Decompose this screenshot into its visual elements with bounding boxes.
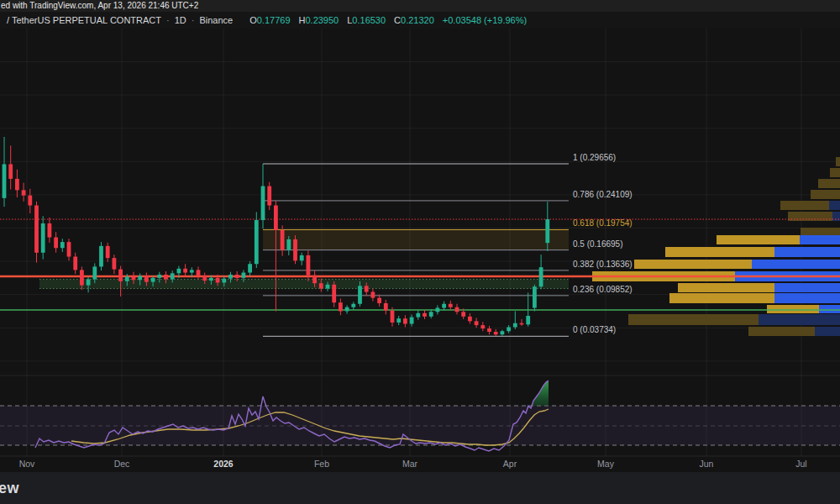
open-label: O (249, 12, 257, 29)
candle (118, 270, 123, 281)
candle (8, 164, 13, 178)
candle (15, 179, 19, 190)
candle (526, 316, 530, 324)
candle (442, 304, 446, 308)
candle (339, 302, 343, 311)
open-value: 0.17769 (257, 12, 291, 29)
candle (351, 304, 355, 307)
candle (73, 257, 77, 270)
candle (171, 273, 175, 279)
candle (22, 190, 26, 195)
candle (449, 304, 453, 307)
candle (384, 303, 388, 311)
candle (365, 286, 369, 291)
fib-level-label: 1 (0.29656) (573, 153, 616, 162)
candle (371, 292, 375, 298)
candle (80, 270, 84, 285)
volume-profile-bar (678, 283, 774, 292)
time-axis-label[interactable]: Jul (795, 459, 806, 469)
candle (429, 312, 433, 317)
candle (113, 258, 117, 269)
high-value: 0.23950 (305, 12, 339, 29)
separator-dot: · (192, 12, 195, 29)
candle (300, 255, 304, 260)
exchange-name: Binance (199, 12, 233, 29)
candle (480, 325, 485, 328)
candle (533, 286, 537, 307)
volume-profile-bar-blue (752, 260, 840, 269)
time-axis-label[interactable]: Dec (114, 459, 130, 469)
volume-profile-bar (628, 314, 759, 325)
candle (197, 270, 201, 276)
candle (520, 323, 524, 325)
candle (501, 331, 505, 334)
candle (410, 318, 414, 324)
candle (281, 230, 285, 250)
time-axis-label[interactable]: Mar (402, 459, 418, 469)
volume-profile-bar (748, 327, 815, 336)
volume-profile-bar (717, 235, 800, 244)
fib-level-label: 0.5 (0.16695) (573, 239, 623, 249)
candle (248, 264, 252, 272)
volume-profile-bar-blue (815, 327, 840, 336)
candle (138, 276, 142, 280)
candle (190, 270, 194, 272)
time-axis-label[interactable]: Jun (700, 459, 714, 469)
volume-profile-bar-blue (774, 283, 840, 292)
volume-profile (592, 157, 840, 336)
candle (132, 276, 136, 280)
volume-profile-bar-blue (759, 314, 840, 325)
candle (183, 269, 187, 273)
candle (377, 298, 381, 303)
time-axis-label[interactable]: 2026 (213, 459, 234, 469)
candle (202, 276, 207, 281)
candle (157, 275, 161, 278)
volume-profile-bar (836, 157, 840, 166)
candle (507, 327, 511, 331)
close-label: C (394, 12, 401, 29)
candle (319, 283, 323, 288)
volume-profile-bar-blue (829, 201, 840, 210)
candle (487, 328, 491, 332)
interval-value[interactable]: 1D (175, 12, 186, 29)
tradingview-logo[interactable]: ew (0, 480, 19, 497)
candle (60, 242, 65, 248)
volume-profile-bar (811, 190, 840, 199)
close-value: 0.21320 (401, 12, 434, 29)
price-chart-canvas[interactable]: 1 (0.29656)0.786 (0.24109)0.618 (0.19754… (0, 0, 840, 504)
volume-profile-bar (669, 293, 774, 303)
volume-profile-bar (818, 179, 840, 188)
fib-level-label: 0.618 (0.19754) (573, 218, 633, 228)
candle (396, 318, 401, 323)
symbol-row: / TetherUS PERPETUAL CONTRACT · 1D · Bin… (0, 12, 840, 29)
fib-level-label: 0 (0.03734) (573, 325, 616, 334)
candle (99, 246, 103, 267)
candle (468, 317, 472, 322)
volume-profile-bar (830, 168, 840, 177)
time-axis-label[interactable]: Feb (314, 459, 329, 469)
time-axis: NovDec2026FebMarAprMayJunJul (0, 456, 840, 469)
export-banner-text: ed with TradingView.com, Apr 13, 2026 21… (1, 1, 198, 10)
time-axis-label[interactable]: Apr (503, 459, 517, 469)
candle (87, 279, 91, 285)
rsi-pane (0, 375, 840, 451)
candle (151, 278, 155, 282)
candle (312, 276, 317, 284)
time-axis-label[interactable]: Nov (19, 459, 35, 469)
candle (242, 273, 246, 278)
candle (423, 313, 427, 317)
time-axis-label[interactable]: May (597, 459, 615, 469)
candle (125, 276, 129, 281)
candle (255, 220, 259, 264)
volume-profile-bar (634, 260, 752, 269)
candle (48, 223, 52, 238)
symbol-name[interactable]: / TetherUS PERPETUAL CONTRACT (7, 12, 161, 29)
candle (209, 278, 213, 281)
volume-profile-bar (780, 201, 829, 210)
volume-profile-bar-blue (774, 247, 840, 257)
candle (92, 266, 97, 279)
fib-level-label: 0.786 (0.24109) (573, 190, 633, 199)
ohlc-values: O0.17769 H0.23950 L0.16530 C0.21320 (249, 12, 434, 29)
change-value: +0.03548 (+19.96%) (443, 12, 527, 29)
volume-profile-bar-blue (819, 305, 840, 313)
